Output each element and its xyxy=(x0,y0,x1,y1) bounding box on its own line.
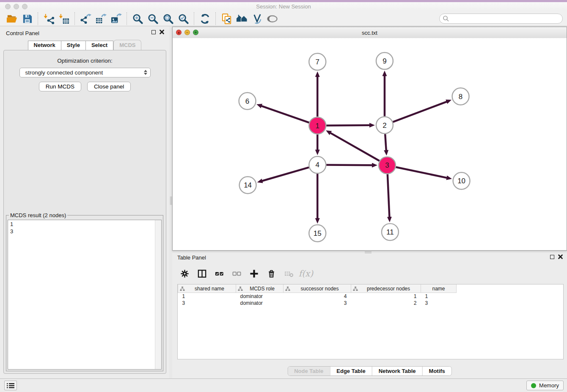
app-titlebar: Session: New Session xyxy=(0,2,567,12)
hierarchy-icon xyxy=(285,286,290,291)
graph-edge-4-14[interactable] xyxy=(262,167,309,181)
criterion-select[interactable]: strongly connected component xyxy=(19,68,151,77)
delete-column-icon xyxy=(283,268,294,279)
export-image-icon[interactable] xyxy=(108,12,124,25)
graph-node-label: 15 xyxy=(314,229,322,237)
table-browser-tabs: Node Table Edge Table Network Table Moti… xyxy=(287,366,452,376)
mcds-result-box[interactable]: 13 xyxy=(8,220,162,370)
export-network-icon[interactable] xyxy=(78,12,93,25)
table-cell: 1 xyxy=(421,293,457,300)
columns-icon[interactable] xyxy=(196,268,207,279)
memory-label: Memory xyxy=(539,382,559,389)
network-canvas[interactable]: 7968124314101511 xyxy=(173,38,567,250)
table-header-row: shared name MCDS role successor nodes pr… xyxy=(178,284,564,293)
mcds-result-fieldset: MCDS result (2 nodes) 13 xyxy=(6,212,163,371)
table-row[interactable]: 3dominator323 xyxy=(178,300,564,306)
add-row-icon[interactable] xyxy=(248,268,259,279)
zoom-selected-icon[interactable] xyxy=(176,12,191,25)
graph-edge-2-3[interactable] xyxy=(385,134,386,151)
column-header-name[interactable]: name xyxy=(421,284,457,293)
table-panel: Table Panel xyxy=(172,253,567,379)
task-history-button[interactable] xyxy=(4,381,17,390)
export-table-icon[interactable] xyxy=(93,12,108,25)
delete-row-icon[interactable] xyxy=(266,268,277,279)
graph-edge-2-8[interactable] xyxy=(393,102,446,122)
vertical-splitter[interactable] xyxy=(169,26,172,379)
column-header-filler xyxy=(457,284,564,293)
tab-network[interactable]: Network xyxy=(28,41,61,50)
table-cell: 4 xyxy=(284,293,351,300)
table-cell: 1 xyxy=(178,293,236,300)
tab-style[interactable]: Style xyxy=(61,41,86,50)
result-scrollbar[interactable] xyxy=(155,220,161,369)
application-window: Session: New Session xyxy=(0,0,567,392)
graph-edge-4-3[interactable] xyxy=(326,165,372,166)
graph-node-label: 10 xyxy=(457,177,465,185)
tab-select[interactable]: Select xyxy=(86,41,113,50)
float-panel-icon[interactable] xyxy=(151,30,156,34)
toolbar-separator xyxy=(194,12,194,25)
toolbar-separator xyxy=(215,12,216,25)
table-row[interactable]: 1dominator411 xyxy=(178,293,564,300)
graph-node-label: 14 xyxy=(244,181,252,189)
refresh-icon[interactable] xyxy=(197,12,212,25)
node-table-container: shared name MCDS role successor nodes pr… xyxy=(177,284,564,359)
list-icon xyxy=(7,383,14,389)
graph-node-label: 3 xyxy=(385,161,389,169)
column-header-shared-name[interactable]: shared name xyxy=(178,284,236,293)
save-session-icon[interactable] xyxy=(19,12,35,25)
graph-node-label: 6 xyxy=(245,97,249,105)
control-panel-tabs: Network Style Select MCDS xyxy=(0,41,169,50)
visual-style-icon[interactable] xyxy=(249,12,264,25)
open-session-icon[interactable] xyxy=(4,12,19,25)
select-all-icon[interactable] xyxy=(214,268,225,279)
column-header-predecessor-nodes[interactable]: predecessor nodes xyxy=(351,284,421,293)
import-table-icon[interactable] xyxy=(56,12,72,25)
tab-node-table[interactable]: Node Table xyxy=(288,367,330,375)
tab-edge-table[interactable]: Edge Table xyxy=(330,367,372,375)
tab-motifs[interactable]: Motifs xyxy=(422,367,451,375)
graph-edge-1-2[interactable] xyxy=(326,125,370,126)
column-header-successor-nodes[interactable]: successor nodes xyxy=(284,284,351,293)
table-panel-title: Table Panel xyxy=(177,254,206,261)
deselect-all-icon[interactable] xyxy=(231,268,242,279)
zoom-in-icon[interactable] xyxy=(130,12,145,25)
table-cell: 3 xyxy=(284,300,351,306)
network-graph: 7968124314101511 xyxy=(173,38,567,250)
table-cell: 3 xyxy=(178,300,236,306)
control-panel-title: Control Panel xyxy=(6,30,39,36)
table-cell: dominator xyxy=(236,300,284,306)
network-close-icon[interactable]: x xyxy=(176,30,182,35)
hierarchy-icon xyxy=(238,286,243,291)
close-table-panel-icon[interactable] xyxy=(558,254,563,259)
close-panel-icon[interactable] xyxy=(160,30,164,34)
import-network-icon[interactable] xyxy=(41,12,56,25)
network-window-titlebar[interactable]: x − + scc.txt xyxy=(173,27,567,39)
close-panel-button[interactable]: Close panel xyxy=(87,82,131,91)
tab-mcds[interactable]: MCDS xyxy=(113,40,141,50)
network-minimize-icon[interactable]: − xyxy=(184,30,190,35)
result-line: 3 xyxy=(10,228,159,235)
table-cell: 2 xyxy=(351,300,421,306)
graph-edge-3-1[interactable] xyxy=(330,133,380,161)
control-panel: Control Panel Network Style Select MCDS … xyxy=(0,26,169,379)
clipboard-network-icon[interactable] xyxy=(219,12,234,25)
toolbar-separator xyxy=(38,12,38,25)
graph-edge-3-10[interactable] xyxy=(396,167,447,178)
column-header-mcds-role[interactable]: MCDS role xyxy=(236,284,284,293)
zoom-out-icon[interactable] xyxy=(145,12,160,25)
home-icon[interactable] xyxy=(234,12,249,25)
settings-icon[interactable] xyxy=(179,268,190,279)
eye-icon[interactable] xyxy=(264,12,280,25)
graph-edge-3-11[interactable] xyxy=(388,174,390,217)
run-mcds-button[interactable]: Run MCDS xyxy=(39,82,81,91)
memory-button[interactable]: Memory xyxy=(526,381,564,390)
tab-network-table[interactable]: Network Table xyxy=(372,367,422,375)
hierarchy-icon xyxy=(180,286,185,291)
graph-edge-1-6[interactable] xyxy=(261,106,309,123)
search-input[interactable] xyxy=(439,14,563,24)
table-cell: 1 xyxy=(351,293,421,300)
zoom-fit-icon[interactable] xyxy=(160,12,176,25)
float-table-panel-icon[interactable] xyxy=(550,255,554,259)
network-maximize-icon[interactable]: + xyxy=(193,30,198,35)
